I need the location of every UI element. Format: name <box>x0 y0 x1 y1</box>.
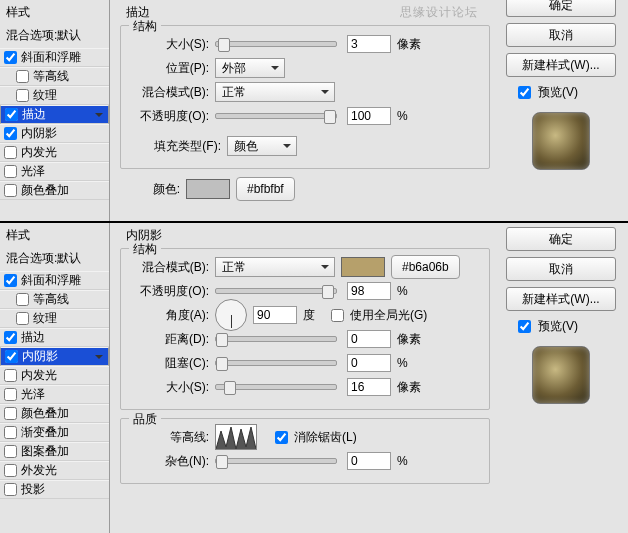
choke-input[interactable] <box>347 354 391 372</box>
style-item-label: 纹理 <box>33 310 57 327</box>
style-item-check[interactable] <box>16 70 29 83</box>
opacity-slider[interactable] <box>215 288 337 294</box>
distance-input[interactable] <box>347 330 391 348</box>
size-label: 大小(S): <box>131 379 209 396</box>
angle-dial[interactable] <box>215 299 247 331</box>
style-item-check[interactable] <box>4 464 17 477</box>
size-slider[interactable] <box>215 384 337 390</box>
new-style-button[interactable]: 新建样式(W)... <box>506 287 616 311</box>
preview-checkbox[interactable]: 预览(V) <box>514 83 624 102</box>
style-item-check[interactable] <box>4 483 17 496</box>
style-item-0[interactable]: 斜面和浮雕 <box>0 271 109 290</box>
choke-slider[interactable] <box>215 360 337 366</box>
choke-label: 阻塞(C): <box>131 355 209 372</box>
noise-input[interactable] <box>347 452 391 470</box>
group-quality: 品质 等高线: 消除锯齿(L) 杂色(N): % <box>120 418 490 484</box>
filltype-select[interactable]: 颜色 <box>227 136 297 156</box>
ok-button[interactable]: 确定 <box>506 227 616 251</box>
style-item-5[interactable]: 内发光 <box>0 143 109 162</box>
opacity-input[interactable] <box>347 107 391 125</box>
global-light-checkbox[interactable]: 使用全局光(G) <box>327 306 427 325</box>
preview-checkbox[interactable]: 预览(V) <box>514 317 624 336</box>
style-item-7[interactable]: 颜色叠加 <box>0 404 109 423</box>
style-item-8[interactable]: 渐变叠加 <box>0 423 109 442</box>
style-item-10[interactable]: 外发光 <box>0 461 109 480</box>
opacity-unit: % <box>397 109 408 123</box>
style-item-check[interactable] <box>4 426 17 439</box>
style-item-check[interactable] <box>16 312 29 325</box>
stroke-settings: 描边 结构 大小(S): 像素 位置(P): 外部 混合模式(B): 正常 不透… <box>112 0 498 221</box>
style-item-6[interactable]: 光泽 <box>0 385 109 404</box>
blendmode-select[interactable]: 正常 <box>215 82 335 102</box>
cancel-button[interactable]: 取消 <box>506 257 616 281</box>
style-item-label: 光泽 <box>21 163 45 180</box>
global-light-label: 使用全局光(G) <box>350 307 427 324</box>
style-item-4[interactable]: 内阴影 <box>0 124 109 143</box>
style-item-check[interactable] <box>4 369 17 382</box>
distance-slider[interactable] <box>215 336 337 342</box>
style-item-check[interactable] <box>4 331 17 344</box>
preview-check[interactable] <box>518 86 531 99</box>
shadow-color-hex[interactable]: #b6a06b <box>391 255 460 279</box>
style-item-check[interactable] <box>4 51 17 64</box>
style-item-label: 颜色叠加 <box>21 405 69 422</box>
style-item-check[interactable] <box>4 127 17 140</box>
style-item-check[interactable] <box>4 407 17 420</box>
style-item-check[interactable] <box>4 146 17 159</box>
style-item-7[interactable]: 颜色叠加 <box>0 181 109 200</box>
style-item-check[interactable] <box>5 350 18 363</box>
size-slider[interactable] <box>215 41 337 47</box>
opacity-input[interactable] <box>347 282 391 300</box>
style-item-check[interactable] <box>4 388 17 401</box>
style-item-check[interactable] <box>4 184 17 197</box>
antialias-check[interactable] <box>275 431 288 444</box>
new-style-button[interactable]: 新建样式(W)... <box>506 53 616 77</box>
style-item-2[interactable]: 纹理 <box>0 86 109 105</box>
style-item-3[interactable]: 描边 <box>0 105 109 124</box>
group-structure: 结构 大小(S): 像素 位置(P): 外部 混合模式(B): 正常 不透明度(… <box>120 25 490 169</box>
style-item-11[interactable]: 投影 <box>0 480 109 499</box>
style-item-check[interactable] <box>4 445 17 458</box>
blend-options[interactable]: 混合选项:默认 <box>0 247 109 271</box>
style-item-1[interactable]: 等高线 <box>0 67 109 86</box>
size-input[interactable] <box>347 378 391 396</box>
ok-button[interactable]: 确定 <box>506 0 616 17</box>
group-title: 结构 <box>129 241 161 258</box>
size-input[interactable] <box>347 35 391 53</box>
style-item-label: 光泽 <box>21 386 45 403</box>
shadow-color-swatch[interactable] <box>341 257 385 277</box>
style-item-4[interactable]: 内阴影 <box>0 347 109 366</box>
color-swatch[interactable] <box>186 179 230 199</box>
preview-check[interactable] <box>518 320 531 333</box>
style-item-label: 斜面和浮雕 <box>21 272 81 289</box>
styles-header: 样式 <box>0 225 109 247</box>
style-item-9[interactable]: 图案叠加 <box>0 442 109 461</box>
style-item-check[interactable] <box>16 293 29 306</box>
style-item-0[interactable]: 斜面和浮雕 <box>0 48 109 67</box>
global-light-check[interactable] <box>331 309 344 322</box>
style-item-3[interactable]: 描边 <box>0 328 109 347</box>
style-item-6[interactable]: 光泽 <box>0 162 109 181</box>
size-unit: 像素 <box>397 379 421 396</box>
style-item-5[interactable]: 内发光 <box>0 366 109 385</box>
opacity-slider[interactable] <box>215 113 337 119</box>
style-item-1[interactable]: 等高线 <box>0 290 109 309</box>
contour-picker[interactable] <box>215 424 257 450</box>
color-hex[interactable]: #bfbfbf <box>236 177 295 201</box>
blendmode-select[interactable]: 正常 <box>215 257 335 277</box>
group-structure: 结构 混合模式(B): 正常 #b6a06b 不透明度(O): % 角度(A):… <box>120 248 490 410</box>
preview-label: 预览(V) <box>538 318 578 335</box>
style-item-check[interactable] <box>5 108 18 121</box>
angle-input[interactable] <box>253 306 297 324</box>
style-item-2[interactable]: 纹理 <box>0 309 109 328</box>
angle-label: 角度(A): <box>131 307 209 324</box>
blend-options[interactable]: 混合选项:默认 <box>0 24 109 48</box>
cancel-button[interactable]: 取消 <box>506 23 616 47</box>
position-select[interactable]: 外部 <box>215 58 285 78</box>
style-item-check[interactable] <box>4 165 17 178</box>
style-item-check[interactable] <box>16 89 29 102</box>
antialias-checkbox[interactable]: 消除锯齿(L) <box>271 428 357 447</box>
style-item-check[interactable] <box>4 274 17 287</box>
noise-slider[interactable] <box>215 458 337 464</box>
size-unit: 像素 <box>397 36 421 53</box>
